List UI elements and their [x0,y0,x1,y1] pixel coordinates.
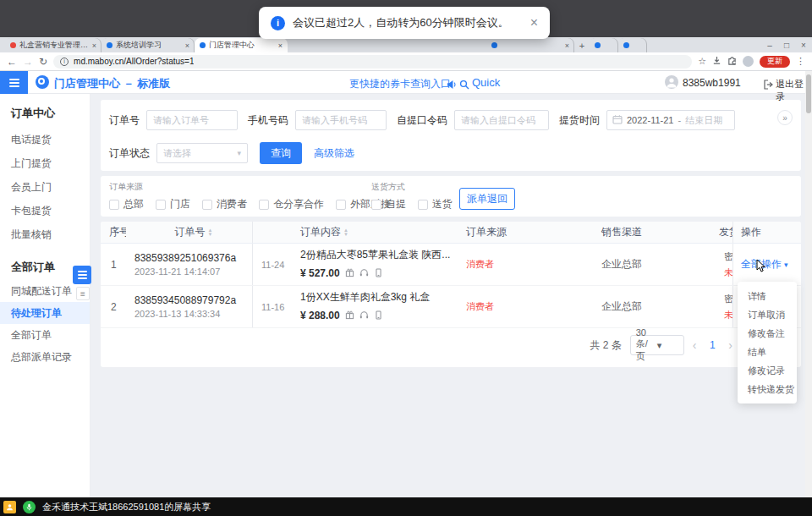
menu-item-detail[interactable]: 详情 [738,287,797,305]
search-button[interactable]: 查询 [260,142,302,164]
sidebar-item-card-pickup[interactable]: 卡包提货 [0,199,90,222]
row-content: 1份XX生鲜羊肉礼盒3kg 礼盒 ¥ 288.00 [292,290,458,323]
browser-tab-1[interactable]: 礼盒营销专业管理中心 × [5,38,102,52]
forward-icon[interactable]: → [23,57,33,67]
bookmark-star-icon[interactable]: ☆ [698,57,706,66]
prev-page-icon[interactable]: ‹ [693,339,697,351]
tab-favicon [491,42,497,48]
site-info-icon[interactable]: i [60,58,69,66]
microphone-icon[interactable] [23,501,36,513]
tab-close-icon[interactable]: × [92,41,96,50]
menu-item-edit-remark[interactable]: 修改备注 [738,324,797,343]
order-status-select[interactable]: 请选择 ▾ [156,143,248,163]
extensions-icon[interactable] [727,56,737,67]
pickup-code-input[interactable] [454,110,549,130]
new-tab-button[interactable]: + [574,38,590,52]
sidebar-item-pending-orders[interactable]: 待处理订单 [0,302,90,324]
window-minimize-icon[interactable]: – [761,38,778,52]
coupon-query-link[interactable]: 更快捷的券卡查询入口 [349,77,451,91]
quick-link[interactable]: Quick [472,76,500,89]
date-range-picker[interactable]: 2022-11-21 - 结束日期 [606,110,735,130]
phone-input[interactable] [295,110,387,130]
sidebar-item-door-pickup[interactable]: 上门提货 [0,151,90,175]
browser-tab-mini[interactable] [618,38,647,52]
address-bar[interactable]: i md.maboy.cn/AllOrder?status=1 [53,55,692,69]
dispatch-return-button[interactable]: 派单退回 [459,188,515,210]
next-page-icon[interactable]: › [728,339,732,351]
close-icon[interactable]: × [530,16,538,30]
reload-icon[interactable]: ↻ [39,57,47,67]
current-page-button[interactable]: 1 [705,339,720,351]
tab-close-icon[interactable]: × [185,41,189,50]
phone-icon [374,308,383,323]
browser-tab-2[interactable]: 系统培训学习 × [102,38,195,52]
sort-icon[interactable]: ▲▼ [208,228,213,237]
sidebar-toggle-button[interactable] [73,266,91,284]
screen: 礼盒营销专业管理中心 × 系统培训学习 × 门店管理中心 × × + – □ × [0,0,812,516]
checkbox-icon[interactable] [336,200,346,210]
tab-favicon [595,42,601,48]
order-no-input[interactable] [146,110,238,130]
sidebar-item-phone-pickup[interactable]: 电话提货 [0,128,90,151]
advanced-filter-link[interactable]: 高级筛选 [314,146,354,161]
main-content: 订单号 手机号码 自提口令码 提货时间 2022-11-21 - 结束日期 订单… [91,94,812,497]
scrollbar-thumb[interactable] [806,74,811,113]
gift-icon [345,308,354,323]
info-icon: i [271,16,285,30]
download-icon[interactable] [712,56,721,67]
checkbox-source-warehouse-share[interactable]: 仓分享合作 [259,197,324,211]
sidebar-item-hq-dispatch-log[interactable]: 总部派单记录 [0,346,90,368]
menu-item-edit-history[interactable]: 修改记录 [738,361,797,380]
checkbox-icon[interactable] [202,200,212,210]
collapse-filters-button[interactable]: » [777,110,793,125]
presenter-icon[interactable] [3,501,16,513]
checkbox-source-consumer[interactable]: 消费者 [202,197,247,211]
pickup-time-label: 提货时间 [559,113,600,128]
back-icon[interactable]: ← [7,57,17,67]
menu-item-cancel-order[interactable]: 订单取消 [738,305,797,324]
tab-label: 系统培训学习 [116,40,182,51]
sidebar-item-all-orders[interactable]: 全部订单 [0,324,90,346]
profile-avatar[interactable] [743,56,754,67]
checkbox-icon[interactable] [371,200,381,210]
window-maximize-icon[interactable]: □ [778,38,795,52]
window-close-icon[interactable]: × [795,38,812,52]
checkbox-source-hq[interactable]: 总部 [109,197,144,211]
checkbox-icon[interactable] [156,200,166,210]
checkbox-icon[interactable] [259,200,269,210]
sidebar-item-member-visit[interactable]: 会员上门 [0,175,90,199]
checkbox-icon[interactable] [418,200,428,210]
actions-dropdown-menu: 详情 订单取消 修改备注 结单 修改记录 转快递发货 [738,282,797,403]
checkbox-source-store[interactable]: 门店 [156,197,190,211]
row-channel: 企业总部 [593,299,716,314]
browser-tab-strip: 礼盒营销专业管理中心 × 系统培训学习 × 门店管理中心 × × + – □ × [0,37,812,52]
header-order-content[interactable]: 订单内容 ▲▼ [292,225,458,239]
sort-icon[interactable]: ▲▼ [343,228,348,237]
browser-tab-mini[interactable] [590,38,618,52]
menu-item-close-order[interactable]: 结单 [738,343,797,361]
row-source-badge: 消费者 [458,258,593,271]
hamburger-menu-button[interactable] [0,71,28,94]
sidebar-item-batch-verify[interactable]: 批量核销 [0,222,90,246]
delivery-method-label: 送货方式 [371,181,453,193]
checkbox-icon[interactable] [109,200,119,210]
kebab-menu-icon[interactable]: ⋮ [796,57,805,66]
page-size-select[interactable]: 30条/页 ▾ [630,335,684,355]
browser-tab-partial[interactable]: × [486,38,574,52]
order-status-label: 订单状态 [109,146,150,161]
sidebar-drag-handle-icon[interactable]: ≡ [76,287,90,300]
header-order-no[interactable]: 订单号 ▲▼ [126,222,253,243]
browser-update-button[interactable]: 更新 [760,56,790,68]
checkbox-self-pickup[interactable]: 自提 [371,197,406,211]
browser-tab-active[interactable]: 门店管理中心 × [195,38,288,52]
user-avatar-icon[interactable] [665,75,678,92]
phone-icon [374,266,383,281]
tab-close-icon[interactable]: × [565,41,569,50]
phone-label: 手机号码 [248,113,288,128]
tab-close-icon[interactable]: × [278,41,283,50]
logout-icon [764,78,774,93]
menu-item-express-ship[interactable]: 转快递发货 [738,380,797,398]
date-end-placeholder: 结束日期 [685,114,722,127]
checkbox-delivery[interactable]: 送货 [418,197,453,211]
header-action: 操作 [732,222,801,243]
